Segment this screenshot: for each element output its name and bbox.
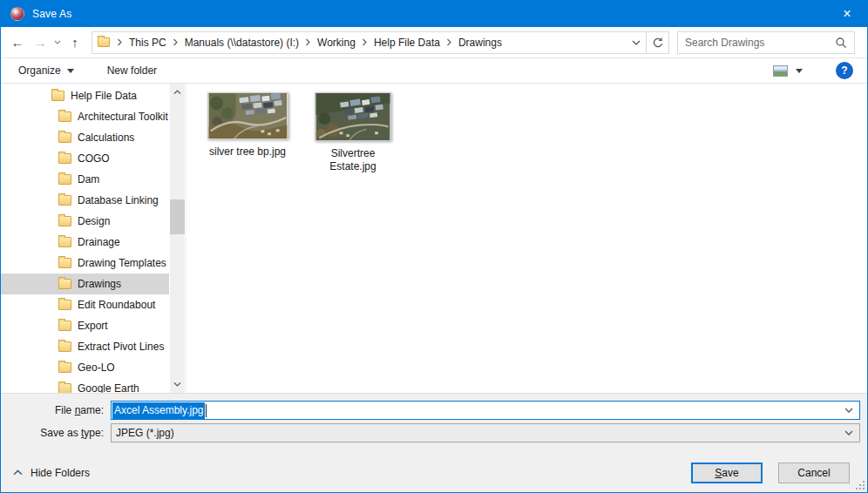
sidebar-item-design[interactable]: Design [1,211,169,232]
breadcrumb-chevron-icon [445,38,453,46]
sidebar-item-dam[interactable]: Dam [1,169,169,190]
change-view-button[interactable] [773,65,803,77]
breadcrumb-chevron-icon [304,38,312,46]
sidebar-item-edit-roundabout[interactable]: Edit Roundabout [1,294,169,315]
folder-icon [58,174,71,185]
scrollbar-thumb[interactable] [170,199,185,234]
breadcrumb-manuals[interactable]: Manuals (\\datastore) (I:) [180,37,304,49]
folder-tree-pane: Help File Data Architectural Toolkit Cal… [1,84,186,393]
new-folder-label: New folder [107,64,157,77]
address-folder-icon [98,37,110,47]
title-bar: Save As × [1,1,867,27]
close-button[interactable]: × [827,1,867,27]
file-name-label: Silvertree Estate.jpg [318,147,388,173]
folder-icon [51,91,64,101]
window-title: Save As [32,8,71,20]
app-icon [10,7,24,21]
chevron-down-icon [67,69,74,73]
new-folder-button[interactable]: New folder [107,64,157,77]
organize-button[interactable]: Organize [18,64,74,77]
cancel-button[interactable]: Cancel [778,463,850,483]
sidebar-item-cogo[interactable]: COGO [1,148,169,169]
file-name-value: Axcel Assembly.jpg [112,402,205,419]
scroll-down-icon[interactable] [170,377,185,392]
file-thumbnail [315,92,391,141]
sidebar-item-architectural-toolkit[interactable]: Architectural Toolkit [1,106,169,127]
text-caret [206,404,207,417]
sidebar-item-help-file-data[interactable]: Help File Data [1,85,169,106]
sidebar-item-drawings[interactable]: Drawings [1,274,169,294]
folder-icon [58,132,71,143]
folder-icon [58,279,71,289]
help-button[interactable]: ? [836,62,853,79]
save-as-dialog: Save As × ← → ↑ This PC Manuals (\\datas… [0,0,868,493]
resize-grip[interactable] [855,480,865,490]
hide-folders-label: Hide Folders [31,467,90,479]
chevron-up-icon [13,469,23,476]
search-box[interactable] [677,31,855,54]
save-as-type-field-label: Save as type: [1,427,111,439]
recent-locations-chevron-icon[interactable] [51,40,64,44]
file-item-silvertree-estate[interactable]: Silvertree Estate.jpg [314,92,392,173]
folder-icon [58,258,71,268]
breadcrumb-drawings[interactable]: Drawings [453,37,507,49]
thumbnail-view-icon [773,65,788,77]
file-item-silver-tree-bp[interactable]: silver tree bp.jpg [199,92,296,159]
sidebar-item-geo-lo[interactable]: Geo-LO [1,357,169,378]
file-list: silver tree bp.jpg Silvertree Es [186,84,867,393]
sidebar-item-export[interactable]: Export [1,315,169,336]
chevron-down-icon[interactable] [838,408,859,413]
folder-icon [58,362,71,373]
forward-button: → [29,31,51,54]
search-icon[interactable] [833,37,854,49]
save-button[interactable]: Save [691,463,763,483]
sidebar-item-drawing-templates[interactable]: Drawing Templates [1,253,169,274]
folder-icon [58,300,71,310]
content-area: Help File Data Architectural Toolkit Cal… [1,84,867,393]
folder-tree: Help File Data Architectural Toolkit Cal… [1,84,169,393]
file-name-field-label: File name: [1,404,111,416]
folder-icon [58,237,71,247]
chevron-down-icon[interactable] [838,430,859,436]
address-dropdown-chevron-icon[interactable] [627,32,646,53]
dialog-footer: Hide Folders Save Cancel [1,453,867,492]
breadcrumb-chevron-icon [172,38,180,46]
folder-icon [58,153,71,164]
breadcrumb-working[interactable]: Working [312,37,361,49]
breadcrumb-help-file-data[interactable]: Help File Data [369,37,445,49]
scroll-up-icon[interactable] [170,84,185,99]
sidebar-item-database-linking[interactable]: Database Linking [1,190,169,211]
file-name-input[interactable]: Axcel Assembly.jpg [111,401,860,420]
folder-icon [58,383,71,393]
hide-folders-button[interactable]: Hide Folders [13,467,90,479]
refresh-icon[interactable] [646,32,668,53]
organize-label: Organize [18,64,61,77]
sidebar-item-drainage[interactable]: Drainage [1,232,169,253]
up-button[interactable]: ↑ [64,31,86,54]
folder-icon [58,195,71,206]
folder-icon [58,216,71,226]
folder-icon [58,321,71,331]
sidebar-item-google-earth[interactable]: Google Earth [1,378,169,393]
file-thumbnail [207,92,288,139]
address-bar[interactable]: This PC Manuals (\\datastore) (I:) Worki… [92,31,669,54]
sidebar-item-calculations[interactable]: Calculations [1,127,169,148]
save-as-type-select[interactable]: JPEG (*.jpg) [111,423,860,442]
search-input[interactable] [678,37,833,49]
file-name-label: silver tree bp.jpg [209,145,286,159]
folder-icon [58,341,71,352]
command-bar: Organize New folder ? [1,58,867,84]
save-fields-panel: File name: Axcel Assembly.jpg Save as ty… [1,393,867,453]
breadcrumb-chevron-icon [361,38,369,46]
sidebar-item-extract-pivot-lines[interactable]: Extract Pivot Lines [1,336,169,357]
folder-icon [58,111,71,122]
breadcrumb-this-pc[interactable]: This PC [124,37,172,49]
navigation-bar: ← → ↑ This PC Manuals (\\datastore) (I:)… [1,27,867,58]
sidebar-scrollbar[interactable] [170,84,185,393]
breadcrumb-chevron-icon [116,38,124,46]
breadcrumb: This PC Manuals (\\datastore) (I:) Worki… [124,37,507,49]
chevron-down-icon [796,69,803,73]
back-button[interactable]: ← [6,31,29,54]
save-as-type-value: JPEG (*.jpg) [116,427,174,439]
